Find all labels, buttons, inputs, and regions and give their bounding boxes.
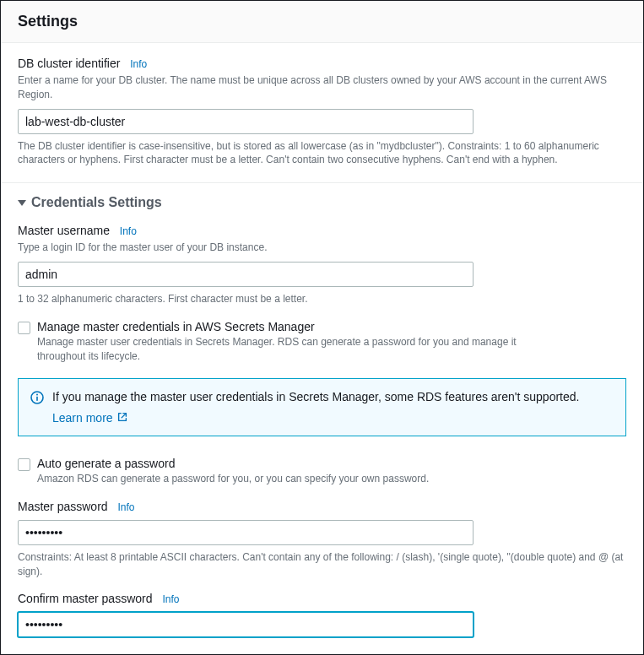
- divider: [1, 182, 643, 183]
- cluster-id-info-link[interactable]: Info: [130, 58, 147, 70]
- info-box-text: If you manage the master user credential…: [52, 389, 579, 406]
- master-username-info-link[interactable]: Info: [120, 225, 137, 237]
- master-password-input[interactable]: [18, 520, 474, 545]
- confirm-password-info-link[interactable]: Info: [162, 593, 179, 605]
- page-title: Settings: [18, 13, 626, 30]
- cluster-id-label: DB cluster identifier: [18, 57, 120, 70]
- external-link-icon: [116, 411, 128, 425]
- settings-header: Settings: [1, 1, 643, 43]
- credentials-section-title: Credentials Settings: [31, 195, 162, 210]
- credentials-section-header[interactable]: Credentials Settings: [18, 195, 626, 210]
- secrets-manager-row: Manage master credentials in AWS Secrets…: [18, 320, 626, 364]
- master-password-label: Master password: [18, 500, 108, 513]
- secrets-manager-label-group: Manage master credentials in AWS Secrets…: [37, 320, 626, 364]
- cluster-id-help: Enter a name for your DB cluster. The na…: [18, 73, 626, 102]
- master-password-info-link[interactable]: Info: [117, 501, 134, 513]
- cluster-id-input[interactable]: [18, 109, 474, 134]
- cluster-id-field: DB cluster identifier Info Enter a name …: [18, 57, 626, 167]
- secrets-manager-checkbox[interactable]: [18, 322, 30, 334]
- svg-rect-3: [36, 397, 38, 401]
- master-password-field: Master password Info Constraints: At lea…: [18, 500, 626, 579]
- learn-more-link[interactable]: Learn more: [52, 411, 128, 425]
- secrets-manager-desc: Manage master user credentials in Secret…: [37, 335, 535, 364]
- master-password-constraint: Constraints: At least 8 printable ASCII …: [18, 550, 626, 579]
- svg-point-2: [36, 394, 38, 396]
- cluster-id-constraint: The DB cluster identifier is case-insens…: [18, 139, 626, 168]
- auto-generate-checkbox[interactable]: [18, 458, 30, 471]
- master-username-constraint: 1 to 32 alphanumeric characters. First c…: [18, 292, 626, 306]
- info-box: If you manage the master user credential…: [18, 378, 626, 436]
- info-box-content: If you manage the master user credential…: [52, 389, 579, 425]
- master-username-field: Master username Info Type a login ID for…: [18, 224, 626, 306]
- master-username-label: Master username: [18, 224, 110, 237]
- caret-down-icon: [18, 198, 26, 207]
- master-username-input[interactable]: [18, 262, 474, 287]
- svg-marker-0: [18, 200, 26, 206]
- master-username-help: Type a login ID for the master user of y…: [18, 241, 626, 255]
- confirm-password-field: Confirm master password Info: [18, 592, 626, 637]
- auto-generate-label-group: Auto generate a password Amazon RDS can …: [37, 457, 626, 486]
- auto-generate-desc: Amazon RDS can generate a password for y…: [37, 472, 535, 486]
- settings-content: DB cluster identifier Info Enter a name …: [1, 43, 643, 637]
- info-icon: [30, 391, 44, 407]
- auto-generate-label: Auto generate a password: [37, 457, 626, 470]
- auto-generate-row: Auto generate a password Amazon RDS can …: [18, 457, 626, 486]
- confirm-password-input[interactable]: [18, 612, 474, 637]
- confirm-password-label: Confirm master password: [18, 592, 153, 605]
- secrets-manager-label: Manage master credentials in AWS Secrets…: [37, 320, 626, 333]
- learn-more-text: Learn more: [52, 411, 113, 425]
